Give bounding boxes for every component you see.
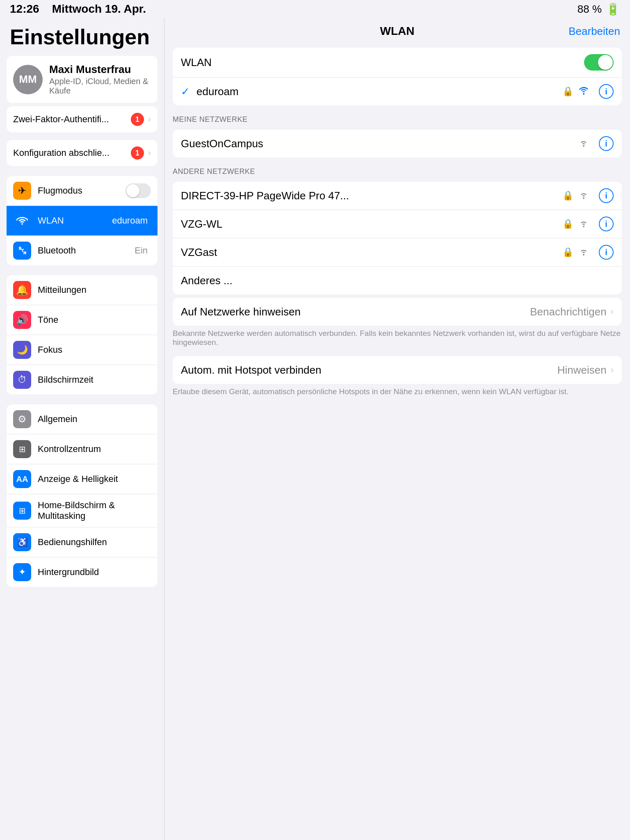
notify-section: Auf Netzwerke hinweisen Benachrichtigen … [173, 298, 622, 326]
bedienungshilfen-icon: ♿ [13, 533, 31, 551]
allgemein-icon: ⚙ [13, 410, 31, 428]
sidebar-item-allgemein[interactable]: ⚙ Allgemein [7, 404, 158, 434]
my-network-icons-0: i [578, 136, 614, 151]
sidebar-item-home[interactable]: ⊞ Home-Bildschirm & Multitasking [7, 494, 158, 527]
settings-group-connectivity: ✈ Flugmodus WLAN eduroam ␖ Bluetooth [7, 176, 158, 265]
fokus-label: Fokus [38, 345, 151, 355]
mitteilungen-icon: 🔔 [13, 281, 31, 299]
sidebar-item-fokus[interactable]: 🌙 Fokus [7, 335, 158, 365]
connected-network-row[interactable]: ✓ eduroam 🔒 i [173, 78, 622, 105]
other-networks-section: DIRECT-39-HP PageWide Pro 47... 🔒 i VZG-… [173, 182, 622, 294]
wlan-toggle-knob [598, 55, 613, 70]
settings-group-notifications: 🔔 Mitteilungen 🔊 Töne 🌙 Fokus ⏱ Bildschi… [7, 275, 158, 395]
bluetooth-label: Bluetooth [38, 245, 135, 256]
battery-percent: 88 % [578, 3, 602, 16]
account-name: Maxi Musterfrau [49, 63, 151, 76]
sidebar-item-anzeige[interactable]: AA Anzeige & Helligkeit [7, 464, 158, 494]
lock-icon: 🔒 [562, 219, 573, 229]
other-network-icons-0: 🔒 i [562, 188, 614, 203]
account-info: Maxi Musterfrau Apple-ID, iCloud, Medien… [49, 63, 151, 96]
chevron-right-icon: › [148, 148, 151, 158]
lock-icon: 🔒 [562, 247, 573, 258]
other-network-name-3: Anderes ... [181, 274, 614, 287]
two-factor-badge: 1 [131, 113, 144, 126]
other-network-info-button-0[interactable]: i [599, 188, 614, 203]
hotspot-label: Autom. mit Hotspot verbinden [181, 364, 557, 377]
panel-title: WLAN [380, 25, 415, 38]
two-factor-right: 1 › [131, 113, 151, 126]
wifi-signal-icon [578, 85, 590, 98]
my-network-name-0: GuestOnCampus [181, 137, 578, 150]
hotspot-row[interactable]: Autom. mit Hotspot verbinden Hinweisen › [173, 356, 622, 384]
other-network-row-1[interactable]: VZG-WL 🔒 i [173, 210, 622, 238]
status-right: 88 % 🔋 [578, 2, 620, 16]
wlan-main-toggle[interactable] [584, 54, 614, 71]
right-panel: WLAN Bearbeiten WLAN ✓ eduroam 🔒 [164, 18, 630, 840]
bluetooth-value: Ein [135, 245, 148, 256]
anzeige-icon: AA [13, 470, 31, 488]
flugmodus-toggle[interactable] [126, 183, 151, 198]
my-networks-section: GuestOnCampus i [173, 130, 622, 158]
status-bar: 12:26 Mittwoch 19. Apr. 88 % 🔋 [0, 0, 630, 18]
home-icon: ⊞ [13, 502, 31, 520]
bildschirmzeit-icon: ⏱ [13, 371, 31, 389]
other-network-icons-2: 🔒 i [562, 245, 614, 260]
connected-network-name: eduroam [196, 85, 562, 98]
config-right: 1 › [131, 146, 151, 160]
other-network-row-0[interactable]: DIRECT-39-HP PageWide Pro 47... 🔒 i [173, 182, 622, 210]
account-subtitle: Apple-ID, iCloud, Medien & Käufe [49, 77, 151, 96]
sidebar-item-kontrollzentrum[interactable]: ⊞ Kontrollzentrum [7, 434, 158, 464]
kontrollzentrum-label: Kontrollzentrum [38, 444, 151, 454]
sidebar-item-wlan[interactable]: WLAN eduroam [7, 206, 158, 236]
chevron-right-icon: › [611, 306, 614, 317]
main-layout: Einstellungen MM Maxi Musterfrau Apple-I… [0, 18, 630, 840]
other-network-row-3[interactable]: Anderes ... [173, 267, 622, 294]
my-network-row-0[interactable]: GuestOnCampus i [173, 130, 622, 158]
other-network-row-2[interactable]: VZGast 🔒 i [173, 238, 622, 267]
wifi-signal-icon [578, 246, 590, 258]
my-network-info-button-0[interactable]: i [599, 136, 614, 151]
account-card[interactable]: MM Maxi Musterfrau Apple-ID, iCloud, Med… [7, 56, 158, 103]
two-factor-label: Zwei-Faktor-Authentifi... [13, 114, 109, 125]
anzeige-label: Anzeige & Helligkeit [38, 474, 151, 484]
kontrollzentrum-icon: ⊞ [13, 440, 31, 458]
notify-value: Benachrichtigen [530, 306, 606, 318]
sidebar-item-bluetooth[interactable]: ␖ Bluetooth Ein [7, 236, 158, 265]
edit-button[interactable]: Bearbeiten [568, 25, 620, 38]
sidebar-item-bildschirmzeit[interactable]: ⏱ Bildschirmzeit [7, 365, 158, 395]
lock-icon: 🔒 [562, 190, 573, 201]
flugmodus-label: Flugmodus [38, 185, 126, 196]
home-label: Home-Bildschirm & Multitasking [38, 500, 151, 521]
other-network-icons-1: 🔒 i [562, 217, 614, 231]
toggle-knob [126, 184, 139, 197]
sidebar: Einstellungen MM Maxi Musterfrau Apple-I… [0, 18, 164, 840]
other-network-info-button-2[interactable]: i [599, 245, 614, 260]
lock-icon: 🔒 [562, 86, 573, 97]
two-factor-row[interactable]: Zwei-Faktor-Authentifi... 1 › [7, 106, 158, 132]
sidebar-title: Einstellungen [0, 18, 164, 56]
my-networks-header: MEINE NETZWERKE [164, 109, 630, 126]
sidebar-item-hintergrundbild[interactable]: ✦ Hintergrundbild [7, 557, 158, 587]
flugmodus-icon: ✈ [13, 182, 31, 200]
right-panel-header: WLAN Bearbeiten [164, 18, 630, 44]
hotspot-value: Hinweisen [557, 364, 607, 377]
toene-icon: 🔊 [13, 311, 31, 329]
network-info-button[interactable]: i [599, 84, 614, 99]
wlan-label: WLAN [38, 215, 112, 226]
other-network-name-1: VZG-WL [181, 218, 562, 231]
chevron-right-icon: › [611, 365, 614, 375]
wlan-icon [13, 212, 31, 230]
sidebar-item-bedienungshilfen[interactable]: ♿ Bedienungshilfen [7, 527, 158, 557]
chevron-right-icon: › [148, 114, 151, 125]
config-row[interactable]: Konfiguration abschlie... 1 › [7, 140, 158, 166]
sidebar-item-flugmodus[interactable]: ✈ Flugmodus [7, 176, 158, 206]
notify-row[interactable]: Auf Netzwerke hinweisen Benachrichtigen … [173, 298, 622, 326]
sidebar-item-toene[interactable]: 🔊 Töne [7, 305, 158, 335]
sidebar-item-mitteilungen[interactable]: 🔔 Mitteilungen [7, 275, 158, 305]
wlan-value: eduroam [112, 215, 148, 226]
notify-description: Bekannte Netzwerke werden automatisch ve… [164, 329, 630, 353]
other-network-info-button-1[interactable]: i [599, 217, 614, 231]
wlan-toggle-row[interactable]: WLAN [173, 48, 622, 78]
bildschirmzeit-label: Bildschirmzeit [38, 374, 151, 385]
avatar: MM [13, 65, 43, 94]
